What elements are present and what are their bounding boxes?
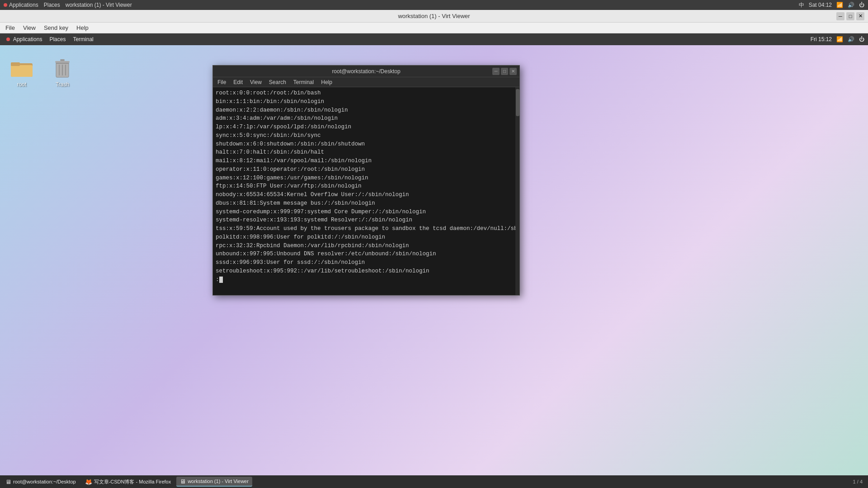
terminal-scrollbar[interactable] (515, 87, 519, 295)
terminal-line: games:x:12:100:games:/usr/games:/sbin/no… (216, 174, 513, 183)
terminal-scrollbar-thumb[interactable] (516, 89, 519, 116)
outer-applications-label: Applications (9, 2, 38, 8)
terminal-line: lp:x:4:7:lp:/var/spool/lpd:/sbin/nologin (216, 123, 513, 131)
terminal-close-button[interactable]: ✕ (509, 68, 517, 75)
terminal-search-menu[interactable]: Search (266, 79, 289, 86)
inner-applications-label: Applications (13, 36, 42, 42)
terminal-line: tss:x:59:59:Account used by the trousers… (216, 225, 513, 233)
taskbar-item-firefox[interactable]: 🦊 写文章-CSDN博客 - Mozilla Firefox (81, 477, 175, 487)
inner-sound-icon: 🔊 (848, 36, 854, 42)
inner-applications-menu[interactable]: Applications (4, 35, 45, 43)
terminal-win-buttons: ─ □ ✕ (492, 68, 517, 75)
terminal-terminal-menu[interactable]: Terminal (291, 79, 316, 86)
outer-places-menu[interactable]: Places (44, 2, 60, 8)
terminal-line: systemd-coredump:x:999:997:systemd Core … (216, 208, 513, 216)
terminal-minimize-button[interactable]: ─ (492, 68, 500, 75)
terminal-line: mail:x:8:12:mail:/var/spool/mail:/sbin/n… (216, 157, 513, 165)
terminal-maximize-button[interactable]: □ (501, 68, 508, 75)
virt-sendkey-menu[interactable]: Send key (40, 23, 72, 32)
virt-taskbar-label: workstation (1) - Virt Viewer (188, 479, 249, 484)
terminal-line: : (216, 276, 513, 284)
outer-datetime: Sat 04:12 (809, 2, 832, 8)
inner-datetime: Fri 15:12 (811, 36, 832, 42)
terminal-menubar: File Edit View Search Terminal Help (213, 77, 519, 87)
terminal-line: nobody:x:65534:65534:Kernel Overflow Use… (216, 191, 513, 199)
root-icon-label: root (17, 81, 27, 88)
inner-topbar: Applications Places Terminal Fri 15:12 📶… (0, 33, 868, 45)
terminal-taskbar-icon: 🖥 (5, 479, 11, 485)
power-icon: ⏻ (859, 2, 864, 8)
inner-places-menu[interactable]: Places (47, 35, 68, 43)
terminal-line: setroubleshoot:x:995:992::/var/lib/setro… (216, 267, 513, 276)
outer-topbar-right: 中 Sat 04:12 📶 🔊 ⏻ (799, 1, 864, 9)
terminal-content[interactable]: root:x:0:0:root:/root:/bin/bashbin:x:1:1… (213, 87, 515, 295)
outer-topbar: Applications Places workstation (1) - Vi… (0, 0, 868, 10)
terminal-file-menu[interactable]: File (215, 79, 229, 86)
desktop-icon-root[interactable]: root (9, 56, 34, 89)
close-button[interactable]: ✕ (856, 12, 864, 20)
terminal-line: sssd:x:996:993:User for sssd:/:/sbin/nol… (216, 258, 513, 267)
terminal-line: halt:x:7:0:halt:/sbin:/sbin/halt (216, 148, 513, 157)
outer-window-title: workstation (1) - Virt Viewer (66, 2, 132, 8)
terminal-line: unbound:x:997:995:Unbound DNS resolver:/… (216, 250, 513, 258)
virt-help-menu[interactable]: Help (73, 23, 92, 32)
terminal-line: ftp:x:14:50:FTP User:/var/ftp:/sbin/nolo… (216, 182, 513, 191)
inner-desktop: Applications Places Terminal Fri 15:12 📶… (0, 33, 868, 488)
svg-rect-1 (11, 65, 33, 77)
maximize-button[interactable]: □ (846, 12, 854, 20)
outer-places-label: Places (44, 2, 60, 8)
taskbar-item-terminal[interactable]: 🖥 root@workstation:~/Desktop (2, 477, 80, 487)
taskbar-item-virt[interactable]: 🖥 workstation (1) - Virt Viewer (176, 477, 252, 487)
outer-virt-viewer-label: workstation (1) - Virt Viewer (66, 2, 132, 8)
terminal-window: root@workstation:~/Desktop ─ □ ✕ File Ed… (212, 65, 520, 296)
virt-viewer-controls: ─ □ ✕ (836, 12, 864, 20)
terminal-line: systemd-resolve:x:193:193:systemd Resolv… (216, 216, 513, 225)
terminal-line: root:x:0:0:root:/root:/bin/bash (216, 89, 513, 98)
ime-indicator: 中 (799, 1, 804, 9)
inner-topbar-right: Fri 15:12 📶 🔊 ⏻ (811, 36, 864, 42)
svg-rect-5 (55, 61, 70, 63)
terminal-title: root@workstation:~/Desktop (332, 68, 400, 75)
terminal-help-menu[interactable]: Help (318, 79, 335, 86)
minimize-button[interactable]: ─ (836, 12, 844, 20)
virt-viewer-menubar: File View Send key Help (0, 23, 868, 33)
inner-terminal-menu[interactable]: Terminal (70, 35, 96, 43)
inner-taskbar: 🖥 root@workstation:~/Desktop 🦊 写文章-CSDN博… (0, 475, 868, 488)
svg-rect-2 (11, 62, 20, 66)
firefox-taskbar-icon: 🦊 (85, 479, 92, 485)
terminal-line: operator:x:11:0:operator:/root:/sbin/nol… (216, 165, 513, 174)
trash-icon-label: Trash (56, 81, 69, 88)
virt-viewer-title: workstation (1) - Virt Viewer (398, 13, 470, 19)
inner-places-label: Places (49, 36, 66, 42)
taskbar-right: 1 / 4 (853, 479, 866, 484)
terminal-line: polkitd:x:998:996:User for polkitd:/:/sb… (216, 233, 513, 242)
inner-topbar-left: Applications Places Terminal (4, 35, 96, 43)
trash-icon (52, 58, 73, 80)
terminal-view-menu[interactable]: View (247, 79, 264, 86)
outer-applications-menu[interactable]: Applications (4, 2, 38, 8)
terminal-scroll-area: root:x:0:0:root:/root:/bin/bashbin:x:1:1… (213, 87, 519, 295)
wifi-icon: 📶 (836, 2, 843, 8)
outer-topbar-left: Applications Places workstation (1) - Vi… (4, 2, 132, 8)
terminal-line: adm:x:3:4:adm:/var/adm:/sbin/nologin (216, 114, 513, 123)
red-dot-icon (4, 3, 7, 7)
desktop-icon-trash[interactable]: Trash (50, 56, 75, 89)
terminal-taskbar-label: root@workstation:~/Desktop (13, 479, 76, 484)
terminal-line: daemon:x:2:2:daemon:/sbin:/sbin/nologin (216, 106, 513, 115)
sound-icon: 🔊 (848, 2, 854, 8)
virt-taskbar-icon: 🖥 (180, 478, 186, 485)
svg-rect-6 (60, 59, 65, 61)
terminal-titlebar: root@workstation:~/Desktop ─ □ ✕ (213, 66, 519, 77)
inner-terminal-label: Terminal (73, 36, 93, 42)
virt-view-menu[interactable]: View (19, 23, 39, 32)
virt-viewer-chrome: workstation (1) - Virt Viewer ─ □ ✕ (0, 10, 868, 23)
terminal-line: bin:x:1:1:bin:/bin:/sbin/nologin (216, 98, 513, 106)
terminal-edit-menu[interactable]: Edit (231, 79, 245, 86)
inner-network-icon: 📶 (836, 36, 843, 42)
virt-file-menu[interactable]: File (2, 23, 19, 32)
inner-power-icon: ⏻ (859, 36, 864, 42)
firefox-taskbar-label: 写文章-CSDN博客 - Mozilla Firefox (94, 479, 171, 485)
terminal-line: rpc:x:32:32:Rpcbind Daemon:/var/lib/rpcb… (216, 242, 513, 250)
taskbar-page-indicator: 1 / 4 (853, 479, 863, 484)
terminal-cursor (219, 277, 223, 283)
